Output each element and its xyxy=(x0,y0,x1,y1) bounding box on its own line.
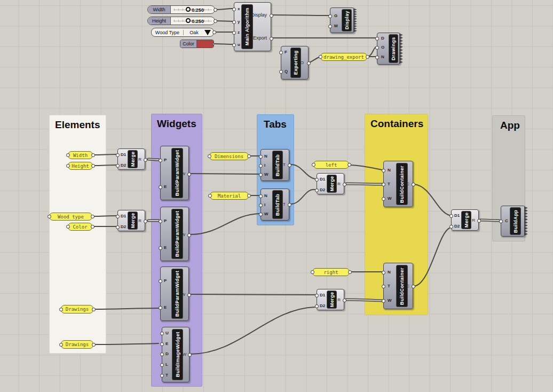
left-panel[interactable]: left xyxy=(313,161,349,169)
output-grip[interactable] xyxy=(91,225,94,229)
input-grip[interactable] xyxy=(160,342,164,346)
node-editor-canvas[interactable]: Elements Widgets Tabs Containers App xyxy=(0,0,553,392)
input-grip[interactable] xyxy=(159,185,162,189)
input-grip[interactable] xyxy=(66,153,70,157)
height-slider-knob[interactable] xyxy=(186,18,191,23)
input-grip[interactable] xyxy=(159,279,162,283)
input-grip[interactable] xyxy=(259,203,263,207)
input-grip[interactable] xyxy=(279,51,283,54)
input-grip[interactable] xyxy=(259,194,263,198)
input-grip[interactable] xyxy=(232,31,236,35)
input-grip[interactable] xyxy=(208,194,212,198)
input-grip[interactable] xyxy=(160,374,164,378)
input-grip[interactable] xyxy=(259,213,263,216)
input-grip[interactable] xyxy=(315,294,319,297)
input-grip[interactable] xyxy=(160,352,164,356)
output-grip[interactable] xyxy=(270,37,273,41)
input-grip[interactable] xyxy=(116,153,120,157)
build-container-node-2[interactable]: N T W BuildContainer C xyxy=(383,263,413,309)
width-slider[interactable]: Width 0.250 xyxy=(147,5,215,14)
input-grip[interactable] xyxy=(232,20,236,24)
input-grip[interactable] xyxy=(116,164,120,168)
input-grip[interactable] xyxy=(449,225,453,229)
main-algorithm-node[interactable]: x y z u Main Algorithm Display Export xyxy=(234,2,271,51)
wire[interactable] xyxy=(291,164,315,179)
build-app-node[interactable]: C BuildApp xyxy=(501,206,525,237)
exporting-node[interactable]: F Q Exporting O xyxy=(281,46,309,80)
input-grip[interactable] xyxy=(259,173,263,177)
merge-node-2[interactable]: D1 D2 Merge R xyxy=(117,210,145,231)
input-grip[interactable] xyxy=(159,219,162,223)
input-grip[interactable] xyxy=(382,197,385,201)
input-grip[interactable] xyxy=(159,306,162,310)
input-grip[interactable] xyxy=(259,164,263,168)
output-grip[interactable] xyxy=(92,343,96,347)
merge-node-5[interactable]: D1 D2 Merge R xyxy=(451,209,479,231)
output-grip[interactable] xyxy=(348,270,352,274)
output-grip[interactable] xyxy=(144,158,147,162)
output-grip[interactable] xyxy=(212,42,215,46)
drawings-node[interactable]: D O N Drawings xyxy=(377,33,400,65)
color-input[interactable]: Color xyxy=(180,40,214,48)
input-grip[interactable] xyxy=(499,219,503,223)
wire[interactable] xyxy=(272,15,329,15)
width-panel[interactable]: Width xyxy=(68,151,93,159)
merge-node-3[interactable]: D1 D2 Merge R xyxy=(317,173,344,194)
input-grip[interactable] xyxy=(160,363,164,367)
input-grip[interactable] xyxy=(116,225,120,229)
output-grip[interactable] xyxy=(247,154,251,158)
input-grip[interactable] xyxy=(59,343,63,347)
input-grip[interactable] xyxy=(59,308,63,311)
input-grip[interactable] xyxy=(328,14,332,18)
input-grip[interactable] xyxy=(160,332,164,335)
input-grip[interactable] xyxy=(375,37,379,41)
input-grip[interactable] xyxy=(311,270,314,274)
width-slider-knob[interactable] xyxy=(186,7,191,12)
output-grip[interactable] xyxy=(92,308,96,311)
input-grip[interactable] xyxy=(116,215,120,218)
output-grip[interactable] xyxy=(412,285,415,288)
input-grip[interactable] xyxy=(279,70,283,74)
input-grip[interactable] xyxy=(66,225,70,229)
output-grip[interactable] xyxy=(187,233,191,237)
input-grip[interactable] xyxy=(208,154,211,158)
input-grip[interactable] xyxy=(382,285,385,288)
build-tab-node-1[interactable]: N I W BuildTab T xyxy=(260,149,289,181)
dimensions-panel[interactable]: Dimensions xyxy=(209,152,249,160)
input-grip[interactable] xyxy=(375,46,379,50)
color-swatch[interactable] xyxy=(197,40,214,48)
input-grip[interactable] xyxy=(66,164,70,168)
drawing-export-panel[interactable]: drawing_export xyxy=(320,53,367,61)
output-grip[interactable] xyxy=(288,203,291,207)
output-grip[interactable] xyxy=(366,55,369,59)
wire[interactable] xyxy=(216,21,233,21)
input-grip[interactable] xyxy=(315,304,319,308)
wire[interactable] xyxy=(191,294,315,295)
output-grip[interactable] xyxy=(214,19,217,23)
build-param-widget-node-1[interactable]: P E BuildParamWidget W xyxy=(160,146,189,200)
drawings-panel-bottom[interactable]: Drawings xyxy=(61,340,93,349)
input-grip[interactable] xyxy=(232,7,236,11)
output-grip[interactable] xyxy=(188,353,192,357)
output-grip[interactable] xyxy=(343,299,346,302)
input-grip[interactable] xyxy=(159,159,162,162)
output-grip[interactable] xyxy=(343,183,346,186)
output-grip[interactable] xyxy=(212,30,216,34)
output-grip[interactable] xyxy=(347,163,351,167)
input-grip[interactable] xyxy=(159,246,162,250)
build-container-node-1[interactable]: N T W BuildContainer C xyxy=(383,161,413,207)
output-grip[interactable] xyxy=(91,215,94,218)
output-grip[interactable] xyxy=(288,163,291,167)
build-image-widget-node[interactable]: U E D L T BuildImageWidget W xyxy=(162,327,189,382)
input-grip[interactable] xyxy=(382,183,385,186)
wire[interactable] xyxy=(215,44,233,44)
output-grip[interactable] xyxy=(144,219,147,223)
output-grip[interactable] xyxy=(91,153,95,157)
input-grip[interactable] xyxy=(315,178,319,182)
input-grip[interactable] xyxy=(375,56,379,59)
input-grip[interactable] xyxy=(382,271,385,275)
wire[interactable] xyxy=(291,190,315,204)
height-panel[interactable]: Height xyxy=(68,162,93,170)
wire[interactable] xyxy=(216,9,233,10)
output-grip[interactable] xyxy=(247,194,251,198)
